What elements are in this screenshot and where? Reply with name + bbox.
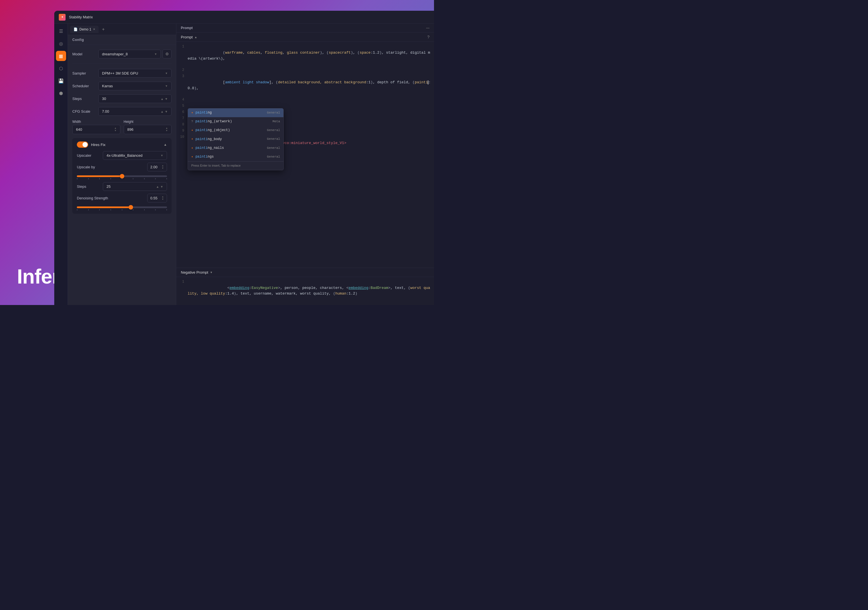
sidebar: ☰ ◎ ▦ ⬡ 💾 ⬢ bbox=[54, 24, 68, 305]
upscale-slider-thumb[interactable] bbox=[120, 174, 124, 178]
upscaler-row: Upscaler 4x-UltraMix_Balanced ▼ bbox=[77, 151, 167, 160]
prompt-sort-icon[interactable]: ▲ bbox=[194, 36, 197, 39]
model-dropdown[interactable]: dreamshaper_8 ▼ bbox=[98, 50, 161, 59]
prompt-area[interactable]: 1 (warframe, cables, floating, glass con… bbox=[176, 42, 434, 305]
hires-steps-up[interactable]: ▲ bbox=[156, 185, 159, 188]
steps-value: 30 bbox=[102, 97, 106, 101]
tab-add-button[interactable]: + bbox=[100, 26, 107, 33]
negative-prompt-dropdown-icon[interactable]: ▼ bbox=[210, 271, 213, 274]
height-down[interactable]: ▼ bbox=[166, 130, 168, 132]
negative-prompt-header: Negative Prompt ▼ bbox=[176, 268, 434, 277]
prompt-code-editor[interactable]: 1 (warframe, cables, floating, glass con… bbox=[176, 42, 434, 268]
height-spinners: ▲ ▼ bbox=[166, 127, 168, 132]
height-field: Height 896 ▲ ▼ bbox=[124, 120, 172, 134]
sidebar-icon-menu[interactable]: ☰ bbox=[56, 26, 66, 36]
width-input[interactable]: 640 ▲ ▼ bbox=[72, 125, 120, 134]
autocomplete-text-4: painting_nails bbox=[195, 146, 265, 151]
hires-steps-control[interactable]: 25 ▲ ▼ bbox=[103, 182, 167, 191]
upscaler-label: Upscaler bbox=[77, 153, 99, 158]
sidebar-icon-save[interactable]: 💾 bbox=[56, 76, 66, 86]
denoising-slider[interactable] bbox=[77, 206, 167, 208]
dimensions-row: Width 640 ▲ ▼ Height bbox=[72, 120, 172, 134]
upscale-by-input[interactable]: 2.00 ▲ ▼ bbox=[147, 163, 167, 172]
line-number-2: 2 bbox=[176, 68, 188, 74]
hires-toggle[interactable] bbox=[77, 141, 88, 148]
denoising-spinners: ▲ ▼ bbox=[162, 196, 164, 201]
prompt-toolbar: Prompt — bbox=[176, 24, 434, 33]
autocomplete-text-3: painting_body bbox=[195, 137, 265, 142]
cfg-down[interactable]: ▼ bbox=[165, 110, 168, 113]
sampler-label: Sampler bbox=[72, 71, 95, 76]
cfg-row: CFG Scale 7.00 ▲ ▼ bbox=[72, 107, 172, 116]
scheduler-dropdown[interactable]: Karras ▼ bbox=[98, 82, 172, 90]
autocomplete-item-4[interactable]: ✦ painting_nails General bbox=[188, 144, 284, 153]
denoising-slider-ticks bbox=[77, 209, 167, 211]
denoising-slider-thumb[interactable] bbox=[129, 205, 133, 209]
steps-control[interactable]: 30 ▲ ▼ bbox=[98, 94, 172, 103]
prompt-help-button[interactable]: ? bbox=[427, 35, 429, 39]
denoising-label: Denoising Strength bbox=[77, 196, 108, 200]
autocomplete-icon-1: ? bbox=[191, 119, 193, 124]
denoising-up[interactable]: ▲ bbox=[162, 196, 164, 198]
sampler-value: DPM++ 3M SDE GPU bbox=[102, 71, 138, 76]
steps-label: Steps bbox=[72, 97, 95, 101]
upscale-up[interactable]: ▲ bbox=[162, 165, 164, 167]
steps-down[interactable]: ▼ bbox=[165, 97, 168, 101]
hires-steps-down[interactable]: ▼ bbox=[160, 185, 163, 188]
tabs-bar: 📄 Demo 1 ✕ + bbox=[68, 24, 176, 35]
sampler-chevron-icon: ▼ bbox=[165, 72, 168, 75]
line-number-7: 7 bbox=[176, 116, 188, 122]
sidebar-icon-box[interactable]: ⬡ bbox=[56, 63, 66, 73]
sampler-dropdown[interactable]: DPM++ 3M SDE GPU ▼ bbox=[98, 69, 172, 77]
steps-up[interactable]: ▲ bbox=[161, 97, 164, 101]
hires-steps-value: 25 bbox=[107, 184, 110, 189]
autocomplete-item-0[interactable]: ✦ painting General bbox=[188, 108, 284, 117]
sidebar-icon-hex[interactable]: ⬢ bbox=[56, 88, 66, 98]
autocomplete-category-5: General bbox=[267, 155, 280, 159]
hires-steps-row: Steps 25 ▲ ▼ bbox=[77, 182, 167, 191]
config-panel: 📄 Demo 1 ✕ + Config Model dre bbox=[68, 24, 176, 305]
cfg-control[interactable]: 7.00 ▲ ▼ bbox=[98, 107, 172, 116]
prompt-toolbar-minimize[interactable]: — bbox=[426, 26, 429, 30]
line-content-1: (warframe, cables, floating, glass conta… bbox=[188, 44, 434, 68]
autocomplete-item-2[interactable]: ✦ painting_(object) General bbox=[188, 126, 284, 135]
denoising-down[interactable]: ▼ bbox=[162, 198, 164, 201]
denoising-input[interactable]: 0.55 ▲ ▼ bbox=[147, 194, 167, 203]
width-label: Width bbox=[72, 120, 120, 124]
app-logo: ✦ bbox=[59, 14, 65, 21]
line-number-8: 8 bbox=[176, 122, 188, 128]
autocomplete-item-1[interactable]: ? painting_(artwork) Meta bbox=[188, 117, 284, 126]
autocomplete-item-3[interactable]: ✦ painting_body General bbox=[188, 135, 284, 144]
width-down[interactable]: ▼ bbox=[115, 130, 117, 132]
cfg-up[interactable]: ▲ bbox=[161, 110, 164, 113]
upscale-slider[interactable] bbox=[77, 175, 167, 177]
tab-close-button[interactable]: ✕ bbox=[93, 28, 95, 31]
code-line-4: 4 bbox=[176, 97, 434, 103]
sidebar-icon-target[interactable]: ◎ bbox=[56, 39, 66, 49]
separator-1 bbox=[72, 63, 172, 64]
autocomplete-dropdown: ✦ painting General ? painting_(artwork) … bbox=[188, 108, 284, 170]
autocomplete-category-4: General bbox=[267, 146, 280, 151]
hires-inner: Upscaler 4x-UltraMix_Balanced ▼ Upscale … bbox=[77, 151, 167, 211]
scheduler-label: Scheduler bbox=[72, 84, 95, 88]
autocomplete-icon-2: ✦ bbox=[191, 128, 193, 133]
model-settings-button[interactable]: ⚙ bbox=[163, 50, 172, 59]
hires-collapse-button[interactable]: ▲ bbox=[164, 142, 167, 147]
upscale-down[interactable]: ▼ bbox=[162, 167, 164, 169]
tab-demo1[interactable]: 📄 Demo 1 ✕ bbox=[70, 26, 99, 33]
code-line-3: 3 [ambient light shadow], (detailed back… bbox=[176, 74, 434, 97]
height-input[interactable]: 896 ▲ ▼ bbox=[124, 125, 172, 134]
sidebar-icon-grid[interactable]: ▦ bbox=[56, 51, 66, 61]
upscaler-dropdown[interactable]: 4x-UltraMix_Balanced ▼ bbox=[103, 151, 167, 160]
tab-file-icon: 📄 bbox=[73, 27, 78, 31]
negative-line-1: 1 <embedding:EasyNegative>, person, peop… bbox=[176, 279, 434, 303]
width-up[interactable]: ▲ bbox=[115, 127, 117, 129]
denoising-slider-container bbox=[77, 205, 167, 211]
upscaler-chevron-icon: ▼ bbox=[161, 154, 163, 157]
prompt-title-container: Prompt ▲ bbox=[181, 35, 197, 39]
autocomplete-item-5[interactable]: ✦ paintings General bbox=[188, 153, 284, 161]
height-up[interactable]: ▲ bbox=[166, 127, 168, 129]
denoising-value: 0.55 bbox=[150, 196, 157, 200]
app-logo-icon: ✦ bbox=[61, 15, 64, 19]
negative-code-area[interactable]: 1 <embedding:EasyNegative>, person, peop… bbox=[176, 277, 434, 305]
